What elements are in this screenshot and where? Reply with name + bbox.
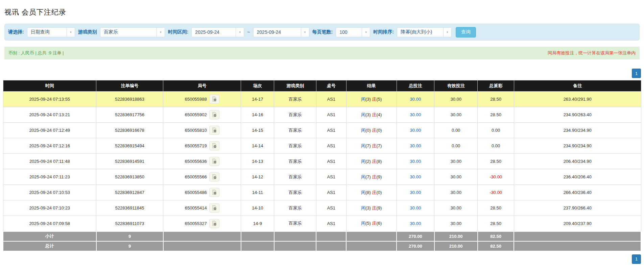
valid-bet-cell: 30.00	[434, 169, 478, 185]
page-1-button[interactable]: 1	[632, 254, 641, 264]
video-replay-button[interactable]	[209, 203, 219, 213]
player-result: 闲	[361, 159, 365, 164]
video-replay-icon	[212, 221, 217, 226]
game-type-value: 百家乐	[100, 28, 157, 37]
total-bet-link[interactable]: 30.00	[410, 128, 421, 133]
chevron-down-icon[interactable]: ▾	[157, 28, 165, 37]
game-type-select[interactable]: 百家乐 ▾	[100, 27, 165, 37]
session-cell: 14-17	[241, 92, 274, 107]
bet-id-cell: 522836917756	[96, 107, 163, 123]
payout-cell: -30.00	[478, 169, 514, 185]
notice-text: 同局有效投注，统一计算在该局第一张注单内	[548, 50, 636, 56]
result-cell: 闲(0) 庄(0)	[346, 123, 397, 138]
remark-cell: 266.40/236.40	[514, 185, 641, 200]
result-cell: 闲(3) 庄(4)	[346, 107, 397, 123]
bet-id-cell: 522836911073	[96, 216, 163, 231]
page-title: 视讯 会员下注纪录	[0, 7, 644, 17]
chevron-down-icon[interactable]: ▾	[301, 28, 309, 37]
result-cell: 闲(3) 庄(5)	[346, 92, 397, 107]
total-bet-link[interactable]: 30.00	[410, 112, 421, 117]
date-from-value: 2025-09-24	[192, 28, 236, 37]
video-replay-button[interactable]	[209, 172, 219, 181]
chevron-down-icon[interactable]: ▾	[236, 28, 244, 37]
banker-result: 庄	[372, 205, 377, 211]
total-bet-link[interactable]: 30.00	[410, 174, 421, 179]
payout-cell: 0.00	[478, 123, 514, 138]
date-to-select[interactable]: 2025-09-24 ▾	[253, 27, 309, 37]
pagination-bottom: 1	[0, 254, 644, 264]
date-from-select[interactable]: 2025-09-24 ▾	[191, 27, 244, 37]
subtotal-total-bet: 270.00	[397, 231, 434, 241]
total-count: 9	[96, 241, 163, 251]
banker-result: 庄	[372, 128, 377, 133]
total-label: 总计	[3, 241, 96, 251]
total-bet-link[interactable]: 30.00	[410, 97, 421, 102]
table-row: 2025-09-24 07:11:48522836914591650055636…	[3, 154, 641, 169]
total-bet-link[interactable]: 30.00	[410, 143, 421, 148]
video-replay-button[interactable]	[209, 157, 219, 166]
search-button[interactable]: 查询	[456, 27, 476, 38]
table-no-cell: AS1	[316, 185, 346, 200]
round-number: 650055327	[185, 221, 207, 226]
video-replay-button[interactable]	[209, 141, 219, 150]
subtotal-count: 9	[96, 231, 163, 241]
total-bet-link[interactable]: 30.00	[410, 205, 421, 211]
col-header-remark: 备注	[514, 80, 641, 92]
player-result: 闲	[361, 221, 365, 226]
table-no-cell: AS1	[316, 216, 346, 231]
per-page-label: 每页笔数:	[312, 29, 333, 35]
table-row: 2025-09-24 07:11:23522836913850650055566…	[3, 169, 641, 185]
total-bet-cell: 30.00	[397, 92, 434, 107]
player-score: (3)	[365, 97, 371, 102]
table-row: 2025-09-24 07:13:55522836918863650055988…	[3, 92, 641, 107]
chevron-down-icon[interactable]: ▾	[443, 28, 451, 37]
round-cell: 650055414	[163, 200, 241, 216]
session-cell: 14-10	[241, 200, 274, 216]
banker-score: (7)	[377, 143, 382, 148]
time-sort-select[interactable]: 降幂(由大到小) ▾	[397, 27, 452, 37]
valid-bet-cell: 30.00	[434, 216, 478, 231]
player-result: 闲	[361, 205, 365, 211]
player-score: (0)	[365, 128, 371, 133]
game-type-cell: 百家乐	[274, 123, 316, 138]
chevron-down-icon[interactable]: ▾	[362, 28, 370, 37]
video-replay-button[interactable]	[209, 110, 219, 119]
payout-cell: 28.50	[478, 216, 514, 231]
col-header-round: 局号	[163, 80, 241, 92]
time-cell: 2025-09-24 07:09:58	[3, 216, 96, 231]
video-replay-icon	[212, 127, 217, 133]
total-bet-link[interactable]: 30.00	[410, 159, 421, 164]
chevron-down-icon[interactable]: ▾	[67, 28, 75, 37]
banker-score: (6)	[377, 221, 382, 226]
total-bet-link[interactable]: 30.00	[410, 221, 421, 226]
video-replay-button[interactable]	[209, 219, 219, 228]
total-total-bet: 270.00	[397, 241, 434, 251]
player-result: 闲	[361, 190, 365, 195]
payout-cell: 28.50	[478, 92, 514, 107]
video-replay-icon	[212, 205, 217, 211]
page-1-button[interactable]: 1	[632, 69, 641, 78]
total-bet-link[interactable]: 30.00	[410, 190, 421, 195]
video-replay-icon	[212, 143, 217, 148]
total-bet-cell: 30.00	[397, 107, 434, 123]
session-cell: 14-12	[241, 169, 274, 185]
remark-cell: 206.40/234.90	[514, 154, 641, 169]
bet-records-table-wrap: 时间 注单编号 局号 场次 游戏类别 桌号 结果 总投注 有效投注 总派彩 备注…	[0, 80, 644, 251]
video-replay-button[interactable]	[209, 126, 219, 135]
player-result: 闲	[361, 174, 365, 179]
per-page-select[interactable]: 100 ▾	[336, 27, 370, 37]
remark-cell: 209.40/237.90	[514, 216, 641, 231]
remark-cell: 234.90/263.40	[514, 107, 641, 123]
bet-id-cell: 522836916678	[96, 123, 163, 138]
video-replay-button[interactable]	[209, 188, 219, 197]
round-cell: 650055902	[163, 107, 241, 123]
table-row: 2025-09-24 07:12:49522836916678650055810…	[3, 123, 641, 138]
banker-score: (0)	[377, 128, 382, 133]
col-header-result: 结果	[346, 80, 397, 92]
video-replay-button[interactable]	[209, 95, 219, 104]
payout-cell: 0.00	[478, 138, 514, 154]
total-bet-cell: 30.00	[397, 200, 434, 216]
query-type-select[interactable]: 日期查询 ▾	[27, 27, 75, 37]
bet-id-cell: 522836911845	[96, 200, 163, 216]
pagination-top: 1	[0, 69, 644, 78]
